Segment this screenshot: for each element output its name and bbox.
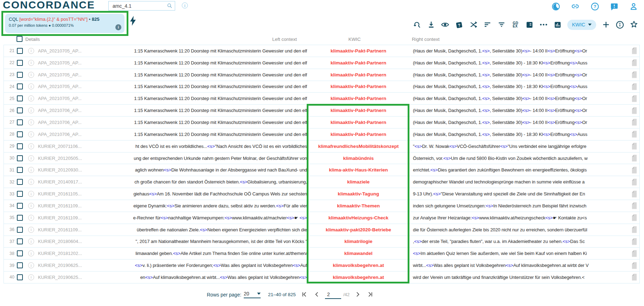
document-id[interactable]: APA_20210705_AP... [38, 96, 120, 101]
kwic-cell[interactable]: klimaaktiv-Pakt-Partnern [307, 60, 410, 65]
row-info-icon[interactable]: i [28, 179, 34, 185]
rows-per-page-select[interactable]: 20 [244, 291, 261, 298]
kwic-cell[interactable]: klimaaktiv-Pakt-Partnern [307, 72, 410, 77]
row-info-icon[interactable]: i [28, 95, 34, 101]
document-id[interactable]: KURIER_20161105... [38, 191, 120, 196]
row-checkbox[interactable] [17, 179, 23, 185]
kwic-cell[interactable]: klimaaktiv-Pakt-Partnern [307, 48, 410, 54]
row-checkbox[interactable] [17, 48, 23, 54]
row-info-icon[interactable]: i [28, 203, 34, 209]
frequency-chart-icon[interactable] [553, 20, 562, 29]
document-id[interactable]: KURIER_20140917... [38, 179, 120, 185]
document-id[interactable]: KURIER_20180604... [38, 239, 120, 244]
row-checkbox[interactable] [17, 215, 23, 221]
copy-line-icon[interactable] [631, 59, 639, 67]
kwic-cell[interactable]: klimatrilogie [307, 239, 410, 244]
copy-line-icon[interactable] [631, 83, 639, 90]
info-icon[interactable] [616, 20, 624, 29]
kwic-cell[interactable]: klimaaktiv-Pakt-Partnern [307, 132, 410, 137]
copy-line-icon[interactable] [631, 273, 639, 281]
copy-line-icon[interactable] [631, 250, 639, 257]
download-icon[interactable] [427, 20, 435, 29]
row-info-icon[interactable]: i [28, 83, 34, 89]
row-info-icon[interactable]: i [28, 250, 34, 256]
document-id[interactable]: APA_20210705_AP... [38, 84, 120, 89]
refine-search-icon[interactable] [413, 20, 421, 29]
filter-icon[interactable] [497, 20, 506, 29]
row-info-icon[interactable]: i [28, 119, 34, 125]
kwic-cell[interactable]: klimaziele [307, 179, 410, 185]
copy-line-icon[interactable] [631, 202, 639, 210]
copy-line-icon[interactable] [631, 107, 639, 114]
row-checkbox[interactable] [17, 131, 23, 137]
kwic-cell[interactable]: klimavolksbegehren.at [307, 263, 410, 268]
row-info-icon[interactable]: i [28, 60, 34, 66]
shuffle-icon[interactable] [469, 20, 478, 29]
copy-line-icon[interactable] [631, 47, 639, 55]
add-view-icon[interactable] [601, 20, 610, 29]
row-checkbox[interactable] [17, 191, 23, 197]
favorite-star-icon[interactable] [630, 20, 638, 29]
kwic-cell[interactable]: klima-aktiv-Haus-Kriterien [307, 167, 410, 173]
row-info-icon[interactable]: i [28, 191, 34, 197]
document-id[interactable]: KURIER_20190625... [38, 263, 120, 268]
account-icon[interactable] [629, 2, 638, 11]
document-id[interactable]: APA_20210705_AP... [38, 72, 120, 77]
document-id[interactable]: KURIER_20190625... [38, 275, 120, 280]
first-page-icon[interactable] [300, 289, 309, 300]
copy-line-icon[interactable] [631, 178, 639, 186]
corpus-input[interactable] [112, 3, 167, 9]
row-info-icon[interactable]: i [28, 274, 34, 280]
document-id[interactable]: KURIER_20161109... [38, 203, 120, 208]
corpus-search-box[interactable] [108, 1, 175, 11]
row-info-icon[interactable]: i [28, 167, 34, 173]
row-info-icon[interactable]: i [28, 238, 34, 244]
copy-line-icon[interactable] [631, 214, 639, 221]
row-info-icon[interactable]: i [28, 215, 34, 221]
kwic-cell[interactable]: klimaaktiv-pakt2020-Betriebe [307, 227, 410, 232]
row-info-icon[interactable]: i [28, 155, 34, 161]
page-number-input[interactable]: 2 [325, 290, 341, 299]
corpus-info-icon[interactable]: i [182, 2, 188, 8]
copy-line-icon[interactable] [631, 118, 639, 126]
copy-line-icon[interactable] [631, 130, 639, 138]
row-checkbox[interactable] [17, 274, 23, 280]
kwic-cell[interactable]: klimaaktiv-Pakt-Partnern [307, 120, 410, 125]
copy-line-icon[interactable] [631, 95, 639, 102]
copy-line-icon[interactable] [631, 166, 639, 174]
share-link-icon[interactable] [571, 2, 580, 11]
row-checkbox[interactable] [17, 167, 23, 173]
row-checkbox[interactable] [17, 143, 23, 149]
view-mode-selector[interactable]: KWIC [567, 20, 596, 30]
copy-line-icon[interactable] [631, 71, 639, 79]
document-id[interactable]: KURIER_20181202... [38, 251, 120, 256]
view-options-eye-icon[interactable] [441, 20, 449, 29]
document-id[interactable]: KURIER_20161109... [38, 227, 120, 232]
copy-line-icon[interactable] [631, 142, 639, 150]
help-icon[interactable]: ? [591, 2, 599, 11]
kwic-cell[interactable]: klimabündnis [307, 156, 410, 161]
last-page-icon[interactable] [366, 289, 375, 300]
document-id[interactable]: KURIER_20120505... [38, 156, 120, 161]
row-checkbox[interactable] [17, 155, 23, 161]
row-info-icon[interactable]: i [28, 227, 34, 233]
document-id[interactable]: APA_20210705_AP... [38, 60, 120, 65]
document-id[interactable]: APA_20210706_AP... [38, 108, 120, 113]
kwic-cell[interactable]: klimavolksbegehren.at [307, 275, 410, 280]
document-id[interactable]: APA_20210706_AP... [38, 120, 120, 125]
row-checkbox[interactable] [17, 83, 23, 89]
row-checkbox[interactable] [17, 227, 23, 233]
row-info-icon[interactable]: i [28, 48, 34, 54]
feedback-icon[interactable] [610, 2, 619, 11]
row-info-icon[interactable]: i [28, 72, 34, 78]
row-checkbox[interactable] [17, 250, 23, 256]
more-options-icon[interactable] [539, 20, 548, 29]
row-info-icon[interactable]: i [28, 131, 34, 137]
magnifier-icon[interactable] [167, 3, 173, 9]
copy-line-icon[interactable] [631, 262, 639, 269]
copy-line-icon[interactable] [631, 154, 639, 162]
row-checkbox[interactable] [17, 262, 23, 268]
dark-mode-icon[interactable] [551, 2, 560, 11]
select-all-checkbox[interactable] [17, 36, 23, 42]
row-info-icon[interactable]: i [28, 107, 34, 113]
